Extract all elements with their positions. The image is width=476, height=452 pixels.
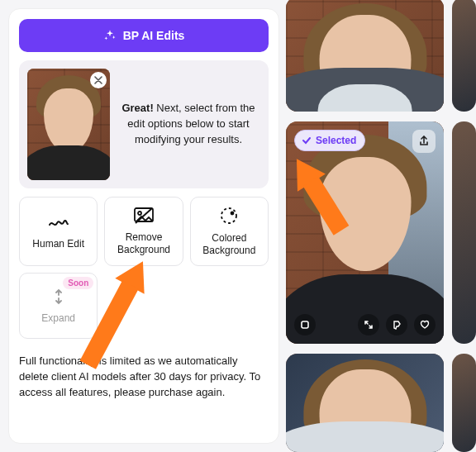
- remove-bg-label: RemoveBackground: [117, 231, 170, 256]
- human-edit-option[interactable]: Human Edit: [19, 197, 98, 266]
- instruction-bold: Great!: [121, 102, 153, 114]
- like-button[interactable]: [414, 314, 436, 335]
- colored-background-option[interactable]: ColoredBackground: [190, 197, 269, 266]
- sparkle-icon: [103, 29, 117, 42]
- instruction-card: Great! Next, select from the edit option…: [19, 60, 269, 188]
- gallery-item[interactable]: [286, 354, 444, 452]
- heart-icon: [420, 320, 430, 330]
- dislike-button[interactable]: [386, 314, 407, 335]
- close-icon[interactable]: [90, 72, 107, 88]
- selected-chip: Selected: [294, 130, 365, 151]
- bp-ai-edits-button[interactable]: BP AI Edits: [19, 19, 269, 52]
- remove-background-option[interactable]: RemoveBackground: [104, 197, 183, 266]
- svg-point-1: [138, 212, 141, 215]
- gallery-item[interactable]: [452, 121, 476, 343]
- scribble-icon: [48, 213, 69, 231]
- gallery-item[interactable]: [452, 354, 476, 452]
- limitation-notice: Full functionality is limited as we auto…: [19, 354, 269, 401]
- gallery-item[interactable]: [286, 0, 444, 112]
- gallery-item[interactable]: [452, 0, 476, 112]
- expand-label: Expand: [41, 312, 75, 325]
- check-icon: [302, 136, 312, 145]
- share-button[interactable]: [412, 130, 436, 153]
- results-gallery: Selected: [279, 0, 476, 452]
- colored-bg-label: ColoredBackground: [202, 232, 255, 257]
- svg-rect-4: [302, 321, 308, 328]
- expand-option: Soon Expand: [19, 273, 98, 339]
- selected-thumbnail: [27, 69, 110, 180]
- thumbs-down-icon: [392, 320, 402, 330]
- stop-icon: [300, 320, 310, 330]
- edit-panel: BP AI Edits Great! Next, select from the…: [8, 8, 279, 444]
- instruction-text: Great! Next, select from the edit option…: [121, 101, 260, 148]
- fullscreen-button[interactable]: [358, 314, 379, 335]
- image-slash-icon: [133, 207, 155, 225]
- svg-point-3: [231, 212, 234, 215]
- expand-arrows-icon: [364, 320, 374, 330]
- palette-icon: [219, 206, 239, 226]
- expand-icon: [50, 288, 68, 306]
- human-edit-label: Human Edit: [32, 238, 84, 250]
- stop-button[interactable]: [294, 314, 316, 335]
- selected-label: Selected: [316, 135, 356, 146]
- soon-badge: Soon: [63, 277, 93, 289]
- svg-point-2: [221, 208, 236, 223]
- share-icon: [418, 136, 430, 147]
- bp-ai-edits-label: BP AI Edits: [123, 29, 185, 42]
